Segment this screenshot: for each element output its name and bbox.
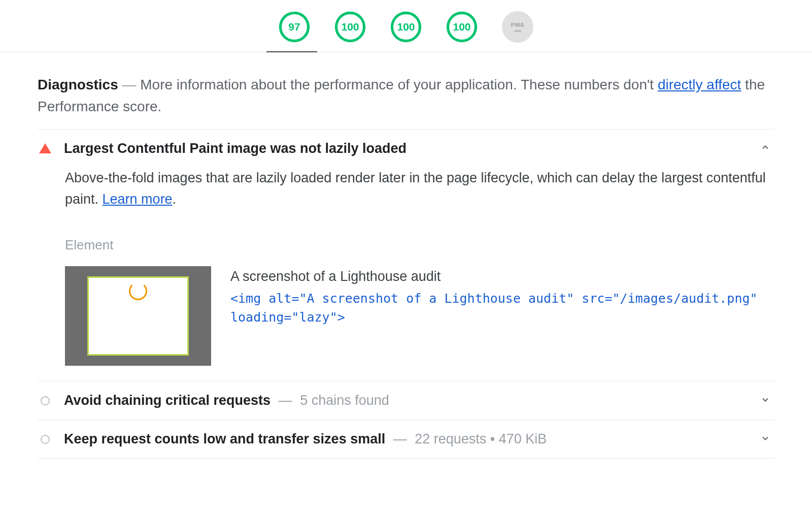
diagnostics-section: Diagnostics — More information about the… bbox=[0, 52, 812, 459]
audit-toggle[interactable]: Keep request counts low and transfer siz… bbox=[38, 420, 774, 458]
circle-neutral-icon bbox=[41, 396, 50, 405]
audit-body: Above-the-fold images that are lazily lo… bbox=[38, 168, 774, 381]
audit-toggle[interactable]: Avoid chaining critical requests — 5 cha… bbox=[38, 381, 774, 420]
element-code-snippet: <img alt="A screenshot of a Lighthouse a… bbox=[230, 289, 770, 327]
gauge-best-practices[interactable]: 100 bbox=[390, 11, 422, 43]
gauge-best-practices-value: 100 bbox=[390, 11, 422, 43]
gauge-seo-value: 100 bbox=[446, 11, 478, 43]
active-tab-underline bbox=[266, 51, 317, 52]
circle-neutral-icon bbox=[41, 435, 50, 444]
score-gauges-bar: 97 100 100 100 PWA bbox=[0, 0, 812, 52]
audit-request-counts: Keep request counts low and transfer siz… bbox=[38, 420, 774, 459]
gauge-performance-value: 97 bbox=[279, 11, 310, 43]
element-text: A screenshot of a Lighthouse audit <img … bbox=[230, 266, 770, 327]
gauge-accessibility-value: 100 bbox=[334, 11, 366, 43]
chevron-down-icon bbox=[760, 433, 770, 445]
gauge-accessibility[interactable]: 100 bbox=[334, 11, 366, 43]
diagnostics-desc-prefix: More information about the performance o… bbox=[140, 77, 658, 92]
triangle-warn-icon bbox=[39, 143, 51, 153]
gauge-seo[interactable]: 100 bbox=[446, 11, 478, 43]
directly-affect-link[interactable]: directly affect bbox=[658, 77, 741, 92]
diagnostics-title: Diagnostics bbox=[38, 77, 118, 92]
audit-lcp-lazy: Largest Contentful Paint image was not l… bbox=[38, 130, 774, 382]
audit-title: Largest Contentful Paint image was not l… bbox=[64, 141, 407, 156]
gauge-pwa[interactable]: PWA bbox=[502, 11, 533, 43]
audit-title: Keep request counts low and transfer siz… bbox=[64, 431, 547, 447]
element-thumbnail[interactable] bbox=[65, 266, 211, 366]
audit-toggle[interactable]: Largest Contentful Paint image was not l… bbox=[38, 130, 774, 168]
thumbnail-preview bbox=[87, 276, 189, 356]
element-caption: A screenshot of a Lighthouse audit bbox=[230, 266, 770, 287]
diagnostics-header: Diagnostics — More information about the… bbox=[38, 74, 774, 130]
pwa-bar-icon bbox=[514, 30, 521, 32]
dash-separator: — bbox=[122, 77, 140, 92]
chevron-up-icon bbox=[760, 142, 770, 154]
element-label: Element bbox=[65, 237, 770, 253]
audit-subtitle: 5 chains found bbox=[300, 393, 389, 408]
audit-description: Above-the-fold images that are lazily lo… bbox=[65, 168, 770, 210]
audit-title: Avoid chaining critical requests — 5 cha… bbox=[64, 393, 389, 408]
learn-more-link[interactable]: Learn more bbox=[103, 192, 173, 207]
element-row: A screenshot of a Lighthouse audit <img … bbox=[65, 266, 770, 366]
audit-chaining-requests: Avoid chaining critical requests — 5 cha… bbox=[38, 381, 774, 420]
gauge-performance[interactable]: 97 bbox=[279, 11, 310, 43]
pwa-label: PWA bbox=[511, 22, 525, 28]
chevron-down-icon bbox=[760, 395, 770, 407]
audit-subtitle: 22 requests • 470 KiB bbox=[415, 431, 547, 447]
